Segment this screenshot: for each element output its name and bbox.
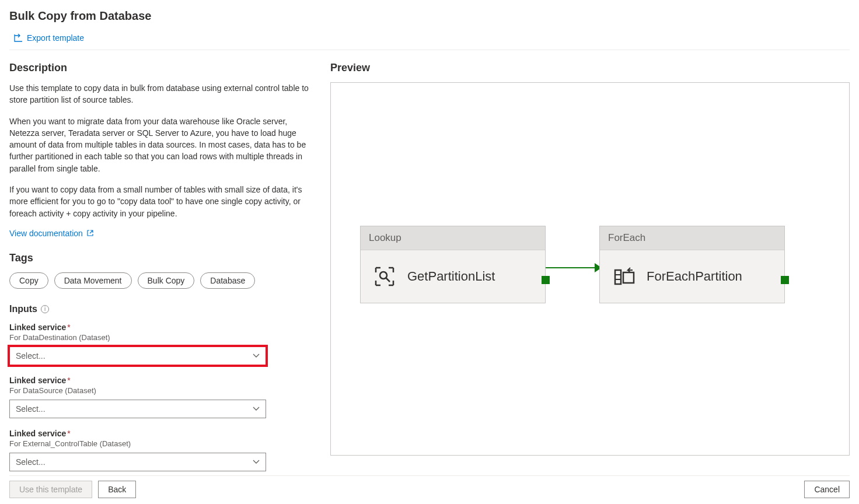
required-indicator: * [67, 323, 70, 332]
foreach-icon [612, 264, 636, 289]
svg-line-1 [386, 278, 390, 282]
activity-lookup[interactable]: Lookup GetPartitionList [360, 226, 546, 303]
cancel-button[interactable]: Cancel [804, 481, 850, 482]
connector-arrow [546, 267, 599, 268]
linked-service-select-controltable[interactable]: Select... [9, 453, 266, 471]
activity-name-label: GetPartitionList [407, 269, 495, 284]
chevron-down-icon [253, 407, 260, 411]
connector-out[interactable] [781, 276, 789, 284]
connector-out[interactable] [542, 276, 550, 284]
export-template-label: Export template [27, 33, 84, 43]
description-heading: Description [9, 62, 313, 74]
input-sublabel: For DataSource (Dataset) [9, 386, 313, 395]
activity-type-label: ForEach [600, 226, 784, 250]
select-placeholder: Select... [16, 457, 46, 467]
input-sublabel: For DataDestination (Dataset) [9, 333, 313, 342]
select-placeholder: Select... [16, 404, 46, 414]
input-label: Linked service [9, 429, 66, 438]
tags-row: Copy Data Movement Bulk Copy Database [9, 272, 313, 289]
chevron-down-icon [253, 354, 260, 358]
inputs-heading-label: Inputs [9, 304, 37, 314]
required-indicator: * [67, 429, 70, 438]
view-documentation-link[interactable]: View documentation [9, 229, 94, 238]
chevron-down-icon [253, 460, 260, 464]
export-icon [14, 34, 23, 42]
input-group-controltable: Linked service* For External_ControlTabl… [9, 429, 313, 471]
input-label: Linked service [9, 323, 66, 332]
view-documentation-label: View documentation [9, 229, 83, 238]
preview-heading: Preview [330, 62, 850, 74]
description-p3: If you want to copy data from a small nu… [9, 184, 313, 219]
export-template-button[interactable]: Export template [14, 33, 84, 43]
activity-name-label: ForEachPartition [647, 269, 742, 284]
linked-service-select-datadestination[interactable]: Select... [9, 346, 266, 365]
info-icon[interactable]: i [41, 305, 49, 313]
inputs-heading: Inputs i [9, 304, 49, 314]
external-link-icon [86, 229, 94, 237]
tag-database[interactable]: Database [200, 272, 255, 289]
preview-canvas[interactable]: Lookup GetPartitionList ForEach [330, 82, 850, 456]
svg-rect-5 [623, 272, 634, 283]
lookup-icon [372, 264, 397, 289]
svg-rect-2 [615, 270, 621, 284]
input-label: Linked service [9, 376, 66, 385]
select-placeholder: Select... [16, 351, 46, 360]
required-indicator: * [67, 376, 70, 385]
linked-service-select-datasource[interactable]: Select... [9, 400, 266, 418]
description-p2: When you want to migrate data from your … [9, 116, 313, 174]
activity-type-label: Lookup [361, 226, 545, 250]
page-title: Bulk Copy from Database [9, 9, 850, 23]
back-button[interactable]: Back [98, 481, 136, 482]
input-group-datadestination: Linked service* For DataDestination (Dat… [9, 323, 313, 365]
tag-bulk-copy[interactable]: Bulk Copy [138, 272, 195, 289]
tag-copy[interactable]: Copy [9, 272, 48, 289]
input-sublabel: For External_ControlTable (Dataset) [9, 439, 313, 448]
description-p1: Use this template to copy data in bulk f… [9, 82, 313, 106]
input-group-datasource: Linked service* For DataSource (Dataset)… [9, 376, 313, 418]
activity-foreach[interactable]: ForEach ForEachPartition [599, 226, 785, 303]
tags-heading: Tags [9, 252, 313, 264]
tag-data-movement[interactable]: Data Movement [54, 272, 132, 289]
use-this-template-button: Use this template [9, 481, 92, 482]
